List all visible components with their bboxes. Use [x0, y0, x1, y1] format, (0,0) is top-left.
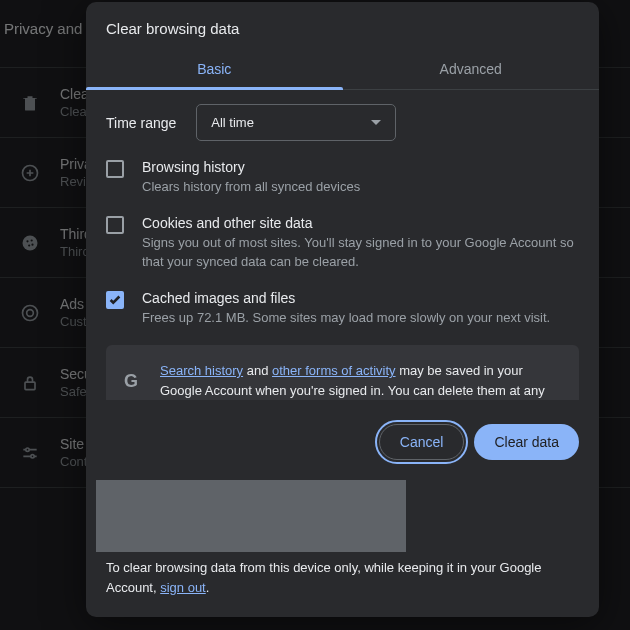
link-sign-out[interactable]: sign out: [160, 580, 206, 595]
option-cache: Cached images and files Frees up 72.1 MB…: [106, 290, 579, 328]
option-desc: Clears history from all synced devices: [142, 177, 360, 197]
time-range-row: Time range All time: [106, 104, 579, 141]
option-browsing-history: Browsing history Clears history from all…: [106, 159, 579, 197]
obscured-region: [96, 480, 406, 552]
dialog-actions: Cancel Clear data: [86, 400, 599, 484]
tab-advanced[interactable]: Advanced: [343, 49, 600, 89]
link-search-history[interactable]: Search history: [160, 363, 243, 378]
option-title: Browsing history: [142, 159, 360, 175]
google-account-info: G Search history and other forms of acti…: [106, 345, 579, 400]
clear-data-button[interactable]: Clear data: [474, 424, 579, 460]
dialog-tabs: Basic Advanced: [86, 49, 599, 90]
tab-basic[interactable]: Basic: [86, 49, 343, 89]
google-icon: G: [124, 371, 144, 391]
option-cookies: Cookies and other site data Signs you ou…: [106, 215, 579, 272]
option-title: Cached images and files: [142, 290, 550, 306]
dialog-title: Clear browsing data: [86, 2, 599, 49]
time-range-select[interactable]: All time: [196, 104, 396, 141]
info-text: Search history and other forms of activi…: [160, 361, 561, 400]
dialog-body: Time range All time Browsing history Cle…: [86, 90, 599, 400]
option-desc: Signs you out of most sites. You'll stay…: [142, 233, 579, 272]
link-other-activity[interactable]: other forms of activity: [272, 363, 396, 378]
dialog-footer: To clear browsing data from this device …: [86, 558, 599, 617]
option-desc: Frees up 72.1 MB. Some sites may load mo…: [142, 308, 550, 328]
checkbox-cookies[interactable]: [106, 216, 124, 234]
cancel-button[interactable]: Cancel: [379, 424, 465, 460]
option-title: Cookies and other site data: [142, 215, 579, 231]
checkbox-cache[interactable]: [106, 291, 124, 309]
chevron-down-icon: [371, 120, 381, 125]
time-range-value: All time: [211, 115, 254, 130]
checkbox-browsing-history[interactable]: [106, 160, 124, 178]
time-range-label: Time range: [106, 115, 176, 131]
